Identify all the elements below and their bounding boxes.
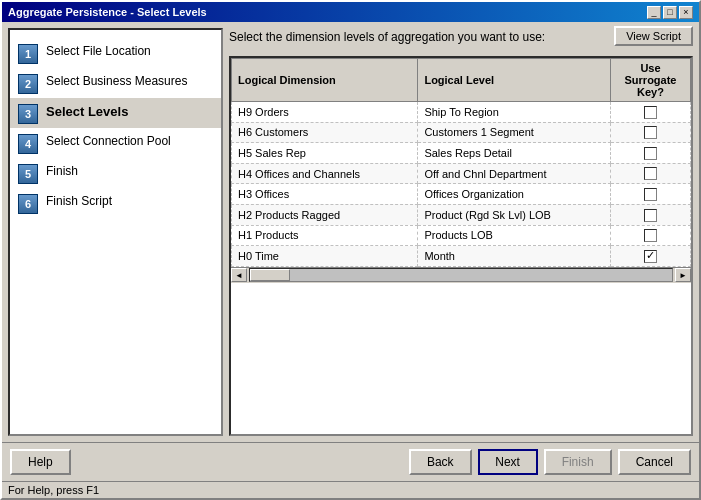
maximize-button[interactable]: □ <box>663 6 677 19</box>
checkbox-3[interactable] <box>644 167 657 180</box>
step-number-4: 4 <box>18 134 38 154</box>
close-button[interactable]: × <box>679 6 693 19</box>
dimension-cell-1: H6 Customers <box>232 122 418 143</box>
dimension-cell-6: H1 Products <box>232 225 418 246</box>
header-row: Select the dimension levels of aggregati… <box>229 28 693 46</box>
checkbox-0[interactable] <box>644 106 657 119</box>
minimize-button[interactable]: _ <box>647 6 661 19</box>
scroll-right-button[interactable]: ► <box>675 268 691 282</box>
window: Aggregate Persistence - Select Levels _ … <box>0 0 701 500</box>
table-row: H6 CustomersCustomers 1 Segment <box>232 122 691 143</box>
sidebar-step-5[interactable]: 5Finish <box>10 158 221 188</box>
level-cell-5: Product (Rgd Sk Lvl) LOB <box>418 204 611 225</box>
status-bar: For Help, press F1 <box>2 481 699 498</box>
checkbox-5[interactable] <box>644 209 657 222</box>
surrogate-key-cell-4 <box>611 184 691 205</box>
surrogate-key-cell-6 <box>611 225 691 246</box>
scroll-thumb[interactable] <box>250 269 290 281</box>
sidebar-step-1[interactable]: 1Select File Location <box>10 38 221 68</box>
level-cell-2: Sales Reps Detail <box>418 143 611 164</box>
back-button[interactable]: Back <box>409 449 472 475</box>
table-row: H1 ProductsProducts LOB <box>232 225 691 246</box>
finish-button[interactable]: Finish <box>544 449 612 475</box>
horizontal-scrollbar[interactable]: ◄ ► <box>231 267 691 283</box>
col-header-0: Logical Dimension <box>232 59 418 102</box>
table-row: H3 OfficesOffices Organization <box>232 184 691 205</box>
title-bar: Aggregate Persistence - Select Levels _ … <box>2 2 699 22</box>
window-title: Aggregate Persistence - Select Levels <box>8 6 207 18</box>
step-number-6: 6 <box>18 194 38 214</box>
step-label-6: Finish Script <box>46 192 112 210</box>
table-container: Logical DimensionLogical LevelUse Surrog… <box>229 56 693 436</box>
checkbox-7[interactable] <box>644 250 657 263</box>
level-cell-1: Customers 1 Segment <box>418 122 611 143</box>
content-area: 1Select File Location2Select Business Me… <box>2 22 699 442</box>
table-row: H4 Offices and ChannelsOff and Chnl Depa… <box>232 163 691 184</box>
nav-buttons: Back Next Finish Cancel <box>409 449 691 475</box>
table-row: H0 TimeMonth <box>232 246 691 267</box>
scroll-left-button[interactable]: ◄ <box>231 268 247 282</box>
surrogate-key-cell-7 <box>611 246 691 267</box>
step-number-2: 2 <box>18 74 38 94</box>
step-label-2: Select Business Measures <box>46 72 187 90</box>
sidebar-step-6[interactable]: 6Finish Script <box>10 188 221 218</box>
step-number-1: 1 <box>18 44 38 64</box>
step-label-1: Select File Location <box>46 42 151 60</box>
table-body: H9 OrdersShip To RegionH6 CustomersCusto… <box>232 102 691 267</box>
surrogate-key-cell-5 <box>611 204 691 225</box>
table-row: H2 Products RaggedProduct (Rgd Sk Lvl) L… <box>232 204 691 225</box>
level-cell-6: Products LOB <box>418 225 611 246</box>
data-table: Logical DimensionLogical LevelUse Surrog… <box>231 58 691 267</box>
level-cell-3: Off and Chnl Department <box>418 163 611 184</box>
surrogate-key-cell-1 <box>611 122 691 143</box>
col-header-1: Logical Level <box>418 59 611 102</box>
sidebar: 1Select File Location2Select Business Me… <box>8 28 223 436</box>
level-cell-4: Offices Organization <box>418 184 611 205</box>
view-script-button[interactable]: View Script <box>614 26 693 46</box>
cancel-button[interactable]: Cancel <box>618 449 691 475</box>
dimension-cell-2: H5 Sales Rep <box>232 143 418 164</box>
surrogate-key-cell-0 <box>611 102 691 123</box>
table-row: H5 Sales RepSales Reps Detail <box>232 143 691 164</box>
dimension-cell-3: H4 Offices and Channels <box>232 163 418 184</box>
main-panel: Select the dimension levels of aggregati… <box>229 28 693 436</box>
level-cell-0: Ship To Region <box>418 102 611 123</box>
sidebar-step-2[interactable]: 2Select Business Measures <box>10 68 221 98</box>
checkbox-1[interactable] <box>644 126 657 139</box>
table-row: H9 OrdersShip To Region <box>232 102 691 123</box>
next-button[interactable]: Next <box>478 449 538 475</box>
checkbox-2[interactable] <box>644 147 657 160</box>
bottom-bar: Help Back Next Finish Cancel <box>2 442 699 481</box>
level-cell-7: Month <box>418 246 611 267</box>
dimension-cell-0: H9 Orders <box>232 102 418 123</box>
step-number-3: 3 <box>18 104 38 124</box>
help-button[interactable]: Help <box>10 449 71 475</box>
title-bar-buttons: _ □ × <box>647 6 693 19</box>
dimension-cell-4: H3 Offices <box>232 184 418 205</box>
instructions-text: Select the dimension levels of aggregati… <box>229 28 545 46</box>
step-label-5: Finish <box>46 162 78 180</box>
header-row: Logical DimensionLogical LevelUse Surrog… <box>232 59 691 102</box>
checkbox-6[interactable] <box>644 229 657 242</box>
dimension-cell-7: H0 Time <box>232 246 418 267</box>
step-label-4: Select Connection Pool <box>46 132 171 150</box>
step-label-3: Select Levels <box>46 102 128 121</box>
col-header-2: Use Surrogate Key? <box>611 59 691 102</box>
surrogate-key-cell-3 <box>611 163 691 184</box>
dimension-cell-5: H2 Products Ragged <box>232 204 418 225</box>
surrogate-key-cell-2 <box>611 143 691 164</box>
sidebar-step-4[interactable]: 4Select Connection Pool <box>10 128 221 158</box>
checkbox-4[interactable] <box>644 188 657 201</box>
status-text: For Help, press F1 <box>8 484 99 496</box>
scroll-track[interactable] <box>249 268 673 282</box>
step-number-5: 5 <box>18 164 38 184</box>
sidebar-step-3[interactable]: 3Select Levels <box>10 98 221 128</box>
table-header: Logical DimensionLogical LevelUse Surrog… <box>232 59 691 102</box>
